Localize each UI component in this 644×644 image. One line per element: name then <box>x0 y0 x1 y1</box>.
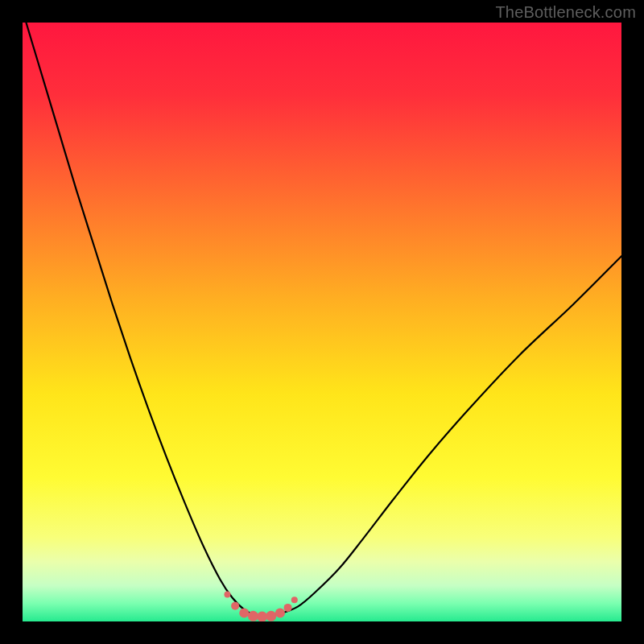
highlighted-markers <box>224 592 297 621</box>
marker-dot <box>239 609 249 618</box>
marker-dot <box>291 597 298 603</box>
marker-dot <box>231 602 239 610</box>
marker-dot <box>224 592 230 598</box>
marker-dot <box>248 611 258 621</box>
marker-dot <box>257 612 267 621</box>
marker-dot <box>266 611 276 621</box>
marker-dot <box>275 609 285 618</box>
chart-frame: TheBottleneck.com <box>0 0 644 644</box>
plot-area <box>23 23 621 621</box>
chart-svg <box>23 23 621 621</box>
watermark-text: TheBottleneck.com <box>495 3 636 22</box>
marker-dot <box>284 604 292 612</box>
bottleneck-curve <box>23 23 621 616</box>
